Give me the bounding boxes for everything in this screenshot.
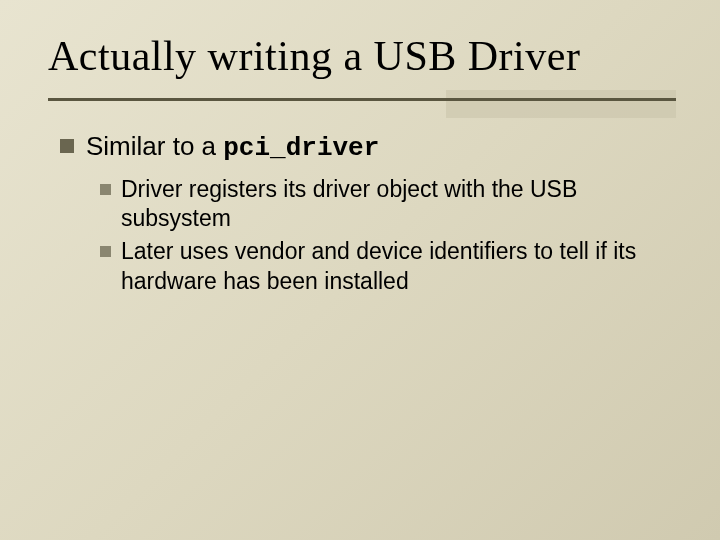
square-bullet-icon — [100, 184, 111, 195]
bullet-level2: Driver registers its driver object with … — [100, 175, 660, 234]
sub-bullet-group: Driver registers its driver object with … — [100, 175, 660, 297]
bullet-text: Similar to a pci_driver — [86, 130, 379, 165]
code-text: pci_driver — [223, 133, 379, 163]
bullet-text-prefix: Similar to a — [86, 131, 223, 161]
bullet-level1: Similar to a pci_driver — [60, 130, 660, 165]
title-underline — [48, 98, 676, 101]
slide: Actually writing a USB Driver Similar to… — [0, 0, 720, 540]
square-bullet-icon — [60, 139, 74, 153]
bullet-text: Later uses vendor and device identifiers… — [121, 237, 660, 296]
slide-content: Similar to a pci_driver Driver registers… — [60, 130, 660, 300]
bullet-text: Driver registers its driver object with … — [121, 175, 660, 234]
square-bullet-icon — [100, 246, 111, 257]
title-accent-block — [446, 90, 676, 118]
slide-title: Actually writing a USB Driver — [48, 32, 672, 80]
bullet-level2: Later uses vendor and device identifiers… — [100, 237, 660, 296]
